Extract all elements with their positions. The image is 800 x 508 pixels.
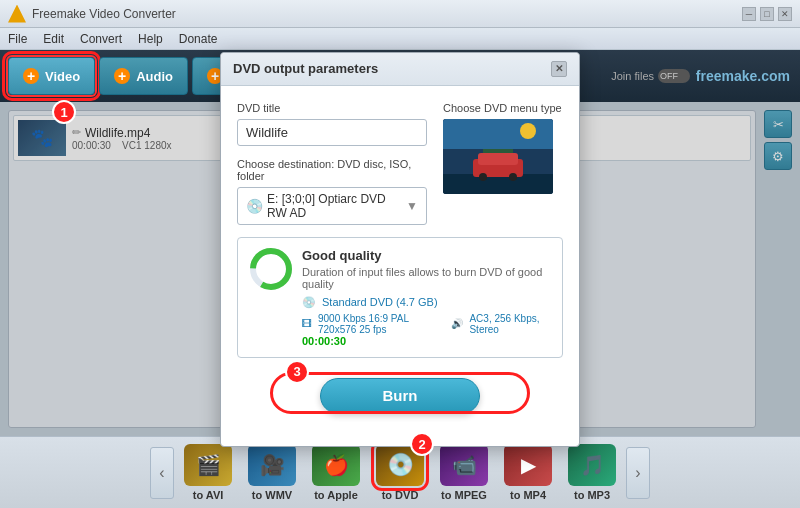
toolbar-video-label: Video <box>45 69 80 84</box>
dialog-body: DVD title Choose destination: DVD disc, … <box>221 86 579 446</box>
film-icon: 🎞 <box>302 318 312 329</box>
speaker-icon: 🔊 <box>451 318 463 329</box>
wmv-label: to WMV <box>252 489 292 501</box>
maximize-button[interactable]: □ <box>760 7 774 21</box>
quality-specs-text: 9000 Kbps 16:9 PAL 720x576 25 fps <box>318 313 445 335</box>
dvd-preview-svg <box>443 119 553 194</box>
dvd-title-input[interactable] <box>237 119 427 146</box>
quality-links: 💿 Standard DVD (4.7 GB) <box>302 296 550 309</box>
quality-info: Good quality Duration of input files all… <box>302 248 550 347</box>
join-files-label: Join files <box>611 70 654 82</box>
quality-desc: Duration of input files allows to burn D… <box>302 266 550 290</box>
dialog-right-col: Choose DVD menu type <box>443 102 563 237</box>
quality-pie-chart <box>250 248 292 290</box>
svg-rect-3 <box>443 119 553 149</box>
menu-bar: File Edit Convert Help Donate <box>0 28 800 50</box>
main-content: 🐾 ✏ Wildlife.mp4 00:00:30 VC1 1280x ✂ ⚙ <box>0 102 800 436</box>
toolbar-audio-button[interactable]: + Audio <box>99 57 188 95</box>
app-logo <box>8 5 26 23</box>
dialog-left-col: DVD title Choose destination: DVD disc, … <box>237 102 427 237</box>
dvd-output-dialog: DVD output parameters ✕ DVD title Choose… <box>220 52 580 447</box>
svg-point-4 <box>520 123 536 139</box>
title-bar-left: Freemake Video Converter <box>8 5 176 23</box>
format-mp3-button[interactable]: 🎵 to MP3 <box>562 440 622 505</box>
toolbar-video-button[interactable]: + Video <box>8 57 95 95</box>
mp4-icon: ▶ <box>504 444 552 486</box>
quality-standard-link[interactable]: Standard DVD (4.7 GB) <box>322 296 438 308</box>
dialog-overlay: DVD output parameters ✕ DVD title Choose… <box>0 102 800 436</box>
apple-icon: 🍎 <box>312 444 360 486</box>
app-title: Freemake Video Converter <box>32 7 176 21</box>
destination-select[interactable]: 💿 E: [3;0;0] Optiarc DVD RW AD ▼ <box>237 187 427 225</box>
dvd-title-label: DVD title <box>237 102 427 114</box>
dvd-title-section: DVD title <box>237 102 427 146</box>
destination-label: Choose destination: DVD disc, ISO, folde… <box>237 158 427 182</box>
dialog-title: DVD output parameters <box>233 61 378 76</box>
format-mpeg-button[interactable]: 📹 to MPEG <box>434 440 494 505</box>
disc-icon: 💿 <box>302 296 316 309</box>
apple-label: to Apple <box>314 489 358 501</box>
dialog-close-button[interactable]: ✕ <box>551 61 567 77</box>
window-controls[interactable]: ─ □ ✕ <box>742 7 792 21</box>
wmv-icon: 🎥 <box>248 444 296 486</box>
format-wmv-button[interactable]: 🎥 to WMV <box>242 440 302 505</box>
svg-rect-6 <box>478 153 518 165</box>
mp3-label: to MP3 <box>574 489 610 501</box>
svg-point-8 <box>509 173 517 181</box>
format-avi-button[interactable]: 🎬 to AVI <box>178 440 238 505</box>
drive-icon: 💿 <box>246 198 263 214</box>
menu-edit[interactable]: Edit <box>43 32 64 46</box>
menu-help[interactable]: Help <box>138 32 163 46</box>
destination-value: E: [3;0;0] Optiarc DVD RW AD <box>267 192 402 220</box>
burn-btn-row: 3 Burn <box>237 370 563 430</box>
minimize-button[interactable]: ─ <box>742 7 756 21</box>
dvd-menu-preview <box>443 119 553 194</box>
dvd-label: to DVD <box>382 489 419 501</box>
quality-audio-text: AC3, 256 Kbps, Stereo <box>469 313 550 335</box>
close-button[interactable]: ✕ <box>778 7 792 21</box>
step-3-circle: 3 <box>285 360 309 384</box>
format-dvd-button[interactable]: 2 💿 to DVD <box>370 440 430 505</box>
menu-convert[interactable]: Convert <box>80 32 122 46</box>
video-plus-icon: + <box>23 68 39 84</box>
dialog-top-row: DVD title Choose destination: DVD disc, … <box>237 102 563 237</box>
avi-icon: 🎬 <box>184 444 232 486</box>
menu-type-label: Choose DVD menu type <box>443 102 563 114</box>
brand-label: freemake.com <box>696 68 790 84</box>
select-arrow: ▼ <box>406 199 418 213</box>
quality-title: Good quality <box>302 248 550 263</box>
mp3-icon: 🎵 <box>568 444 616 486</box>
quality-time: 00:00:30 <box>302 335 550 347</box>
menu-donate[interactable]: Donate <box>179 32 218 46</box>
menu-file[interactable]: File <box>8 32 27 46</box>
burn-button[interactable]: Burn <box>320 378 480 414</box>
mpeg-label: to MPEG <box>441 489 487 501</box>
toolbar-audio-label: Audio <box>136 69 173 84</box>
destination-section: Choose destination: DVD disc, ISO, folde… <box>237 158 427 225</box>
format-mp4-button[interactable]: ▶ to MP4 <box>498 440 558 505</box>
bottom-bar: ‹ 🎬 to AVI 🎥 to WMV 🍎 to Apple 2 💿 to DV… <box>0 436 800 508</box>
quality-box: Good quality Duration of input files all… <box>237 237 563 358</box>
join-toggle[interactable]: OFF <box>658 69 690 83</box>
audio-plus-icon: + <box>114 68 130 84</box>
dvd-format-icon: 💿 <box>376 444 424 486</box>
join-files-control: Join files OFF <box>611 69 690 83</box>
dialog-title-bar: DVD output parameters ✕ <box>221 53 579 86</box>
title-bar: Freemake Video Converter ─ □ ✕ <box>0 0 800 28</box>
mpeg-icon: 📹 <box>440 444 488 486</box>
mp4-label: to MP4 <box>510 489 546 501</box>
avi-label: to AVI <box>193 489 224 501</box>
join-toggle-state: OFF <box>660 71 678 81</box>
nav-right-arrow[interactable]: › <box>626 447 650 499</box>
quality-specs: 🎞 9000 Kbps 16:9 PAL 720x576 25 fps 🔊 AC… <box>302 313 550 335</box>
format-apple-button[interactable]: 🍎 to Apple <box>306 440 366 505</box>
nav-left-arrow[interactable]: ‹ <box>150 447 174 499</box>
svg-point-7 <box>479 173 487 181</box>
